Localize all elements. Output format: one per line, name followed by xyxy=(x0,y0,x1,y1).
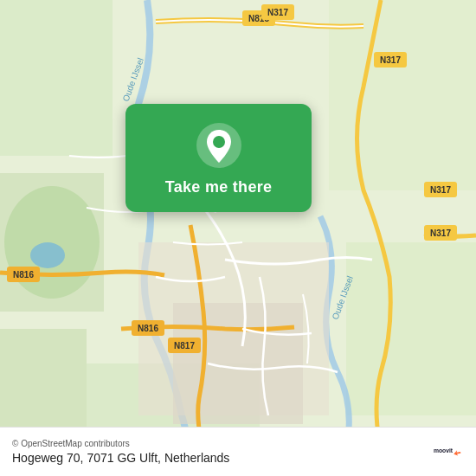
svg-text:moovit: moovit xyxy=(434,447,453,453)
take-me-there-button[interactable]: Take me there xyxy=(165,178,273,196)
map-container: N818 N317 N317 N317 N817 N816 N816 Oude … xyxy=(0,0,476,476)
svg-text:N317: N317 xyxy=(430,228,451,238)
svg-text:N816: N816 xyxy=(138,324,158,333)
svg-text:N317: N317 xyxy=(267,8,288,17)
svg-rect-4 xyxy=(346,242,476,415)
svg-text:N817: N817 xyxy=(174,341,195,351)
map-background: N818 N317 N317 N317 N817 N816 N816 Oude … xyxy=(0,0,476,476)
svg-text:N816: N816 xyxy=(13,270,34,280)
moovit-logo-icon: moovit xyxy=(433,436,464,467)
take-me-there-overlay[interactable]: Take me there xyxy=(125,104,312,212)
location-pin-icon xyxy=(196,123,241,168)
address-text: Hogeweg 70, 7071 GG Ulft, Netherlands xyxy=(12,451,229,465)
address-section: © OpenStreetMap contributors Hogeweg 70,… xyxy=(12,439,229,465)
svg-text:N317: N317 xyxy=(380,55,401,65)
svg-rect-1 xyxy=(0,0,113,156)
svg-point-10 xyxy=(30,242,65,268)
bottom-bar: © OpenStreetMap contributors Hogeweg 70,… xyxy=(0,427,476,476)
svg-rect-8 xyxy=(173,303,303,424)
svg-text:N317: N317 xyxy=(430,185,451,195)
svg-point-31 xyxy=(213,136,225,148)
osm-attribution: © OpenStreetMap contributors xyxy=(12,439,229,448)
